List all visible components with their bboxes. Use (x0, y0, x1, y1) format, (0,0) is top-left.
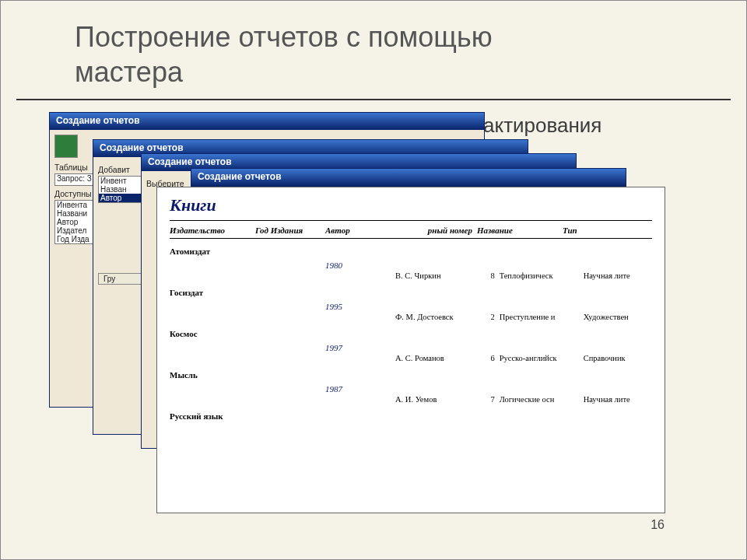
cell-name: Преступление и (495, 313, 584, 321)
cell-author: В. С. Чиркин (395, 271, 479, 280)
report-header-row: Издательство Год Издания Автор рный номе… (170, 226, 652, 235)
detail-row: А. И. Уемов 7 Логические осн Научная лит… (170, 395, 652, 404)
col-type: Тип (563, 226, 633, 235)
cell-type: Научная лите (584, 271, 652, 280)
cell-number: 6 (479, 354, 495, 362)
group-publisher: Русский язык (170, 411, 652, 421)
report-title: Книги (170, 195, 652, 215)
detail-row: Ф. М. Достоевск 2 Преступление и Художес… (170, 313, 652, 321)
report-divider (170, 220, 652, 221)
col-year: Год Издания (255, 226, 325, 235)
group-year: 1980 (325, 261, 652, 270)
detail-row: В. С. Чиркин 8 Теплофизическ Научная лит… (170, 271, 652, 280)
cell-type: Справочник (584, 354, 652, 362)
group-publisher: Госиздат (170, 288, 652, 297)
slide-title-line1: Построение отчетов с помощью (75, 21, 493, 53)
list-item-selected[interactable]: Автор (99, 194, 142, 202)
cell-number: 2 (479, 313, 495, 321)
cell-author: А. И. Уемов (395, 395, 479, 404)
cell-type: Художествен (584, 313, 652, 321)
cell-number: 8 (479, 271, 495, 280)
slide: Построение отчетов с помощью мастера акт… (0, 0, 747, 560)
tables-select[interactable]: Запрос: З (54, 173, 98, 186)
report-divider (170, 238, 652, 239)
col-publisher: Издательство (170, 226, 255, 235)
col-name: Название (477, 226, 563, 235)
col-author: Автор (325, 226, 411, 235)
cell-name: Русско-английск (495, 354, 584, 362)
group-year: 1987 (325, 384, 652, 394)
dialog-title: Создание отчетов (50, 113, 484, 130)
cell-author: А. С. Романов (395, 354, 479, 362)
group-year: 1995 (325, 302, 652, 311)
cell-name: Теплофизическ (495, 271, 584, 280)
wizard-dialog-4[interactable]: Создание отчетов (191, 168, 626, 187)
slide-title: Построение отчетов с помощью мастера (75, 19, 493, 89)
group-publisher: Космос (170, 329, 652, 338)
group-year: 1997 (325, 343, 652, 352)
wizard-icon (54, 135, 78, 158)
slide-bullet: актирования (483, 114, 601, 138)
title-divider (16, 99, 731, 100)
group-publisher: Атомиздат (170, 247, 652, 256)
list-item[interactable]: Назван (99, 185, 142, 194)
group-publisher: Мысль (170, 370, 652, 380)
detail-row: А. С. Романов 6 Русско-английск Справочн… (170, 354, 652, 362)
dialog-title: Создание отчетов (191, 169, 626, 186)
cell-number: 7 (479, 395, 495, 404)
page-number: 16 (651, 518, 665, 532)
list-item[interactable]: Инвент (99, 177, 142, 185)
cell-author: Ф. М. Достоевск (395, 313, 479, 321)
slide-title-line2: мастера (75, 56, 183, 88)
report-preview: Книги Издательство Год Издания Автор рны… (156, 187, 665, 513)
col-number: рный номер (411, 226, 477, 235)
cell-type: Научная лите (584, 395, 652, 404)
cell-name: Логические осн (495, 395, 584, 404)
grouping-fields-list[interactable]: Инвент Назван Автор (98, 176, 143, 203)
